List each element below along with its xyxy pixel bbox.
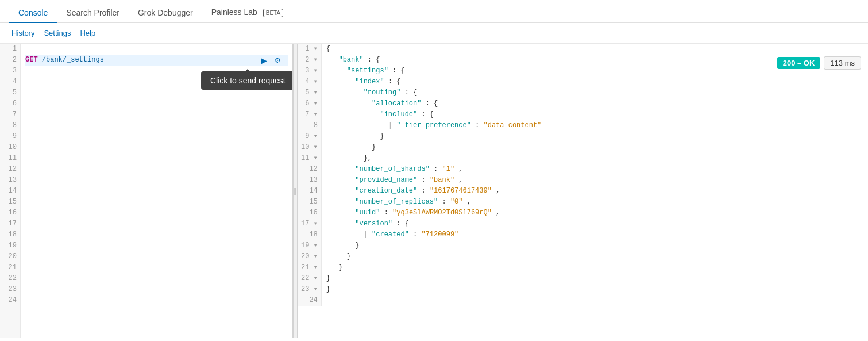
output-line-6: "allocation" : { (326, 98, 863, 109)
editor-line-17 (25, 219, 288, 229)
output-line-numbers: 1 ▾ 2 ▾ 3 ▾ 4 ▾ 5 ▾ 6 ▾ 7 ▾ 8 9 ▾ 10 ▾ 1… (298, 44, 322, 306)
tab-painless-lab[interactable]: Painless Lab BETA (202, 3, 292, 23)
editor-line-1 (25, 44, 288, 55)
request-path: /bank/_settings (38, 56, 104, 64)
settings-button[interactable]: Settings (39, 26, 75, 40)
output-line-13: "provided_name" : "bank" , (326, 175, 863, 186)
editor-line-6 (25, 98, 288, 109)
status-ok-badge: 200 – OK (777, 57, 821, 69)
editor-line-14 (25, 186, 288, 197)
editor-line-19 (25, 240, 288, 251)
editor-line-12 (25, 164, 288, 175)
editor-line-22 (25, 273, 288, 284)
editor-line-24 (25, 295, 288, 306)
editor-line-9 (25, 131, 288, 142)
editor-line-15 (25, 197, 288, 208)
tab-grok-debugger[interactable]: Grok Debugger (129, 3, 202, 23)
output-line-5: "routing" : { (326, 87, 863, 98)
output-content: 1 ▾ 2 ▾ 3 ▾ 4 ▾ 5 ▾ 6 ▾ 7 ▾ 8 9 ▾ 10 ▾ 1… (298, 44, 868, 306)
beta-badge: BETA (263, 9, 283, 17)
tab-console[interactable]: Console (9, 3, 57, 23)
editor-line-2: GET /bank/_settings ▶ ⚙ (25, 55, 288, 66)
output-line-17: "version" : { (326, 219, 863, 229)
output-line-4: "index" : { (326, 76, 863, 87)
settings-action-button[interactable]: ⚙ (272, 55, 283, 66)
output-line-16: "uuid" : "yq3eSlAWRMO2Td0Sl769rQ" , (326, 208, 863, 219)
output-line-15: "number_of_replicas" : "0" , (326, 197, 863, 208)
output-line-9: } (326, 131, 863, 142)
output-line-10: } (326, 142, 863, 153)
history-button[interactable]: History (7, 26, 39, 40)
output-line-22: } (326, 273, 863, 284)
output-line-14: "creation_date" : "1617674617439" , (326, 186, 863, 197)
output-pane: 1 ▾ 2 ▾ 3 ▾ 4 ▾ 5 ▾ 6 ▾ 7 ▾ 8 9 ▾ 10 ▾ 1… (298, 44, 868, 338)
secondary-toolbar: History Settings Help 200 – OK 113 ms (0, 23, 868, 44)
output-lines: { "bank" : { "settings" : { (322, 44, 868, 306)
output-line-19: } (326, 240, 863, 251)
editor-line-10 (25, 142, 288, 153)
editor-line-23 (25, 284, 288, 295)
status-ms-badge: 113 ms (824, 56, 861, 70)
output-line-23: } (326, 284, 863, 295)
output-line-12: "number_of_shards" : "1" , (326, 164, 863, 175)
output-line-21: } (326, 262, 863, 273)
editor-line-13 (25, 175, 288, 186)
line-actions: ▶ ⚙ (258, 55, 283, 66)
output-line-20: } (326, 251, 863, 262)
status-bar: 200 – OK 113 ms (770, 53, 868, 73)
tab-search-profiler[interactable]: Search Profiler (57, 3, 129, 23)
editor-line-numbers: 1 2 3 4 5 6 7 8 9 10 11 12 13 14 15 16 1… (0, 44, 21, 338)
editor-line-16 (25, 208, 288, 219)
output-line-11: }, (326, 153, 863, 164)
top-nav: Console Search Profiler Grok Debugger Pa… (0, 0, 868, 23)
output-line-8: | "_tier_preference" : "data_content" (326, 120, 863, 131)
editor-line-8 (25, 120, 288, 131)
run-request-button[interactable]: ▶ (258, 55, 269, 66)
output-line-18: | "created" : "7120099" (326, 229, 863, 240)
editor-pane: Click to send request 1 2 3 4 5 6 7 8 9 … (0, 44, 293, 338)
main-content: Click to send request 1 2 3 4 5 6 7 8 9 … (0, 44, 868, 338)
output-line-7: "include" : { (326, 109, 863, 120)
resize-icon: ‖ (294, 187, 297, 195)
http-method: GET (25, 56, 38, 64)
help-button[interactable]: Help (75, 26, 100, 40)
editor-line-7 (25, 109, 288, 120)
editor-line-11 (25, 153, 288, 164)
resize-handle[interactable]: ‖ (293, 44, 298, 338)
editor-line-21 (25, 262, 288, 273)
send-request-tooltip: Click to send request (201, 71, 293, 90)
editor-line-18 (25, 229, 288, 240)
editor-line-20 (25, 251, 288, 262)
output-line-24 (326, 295, 863, 306)
